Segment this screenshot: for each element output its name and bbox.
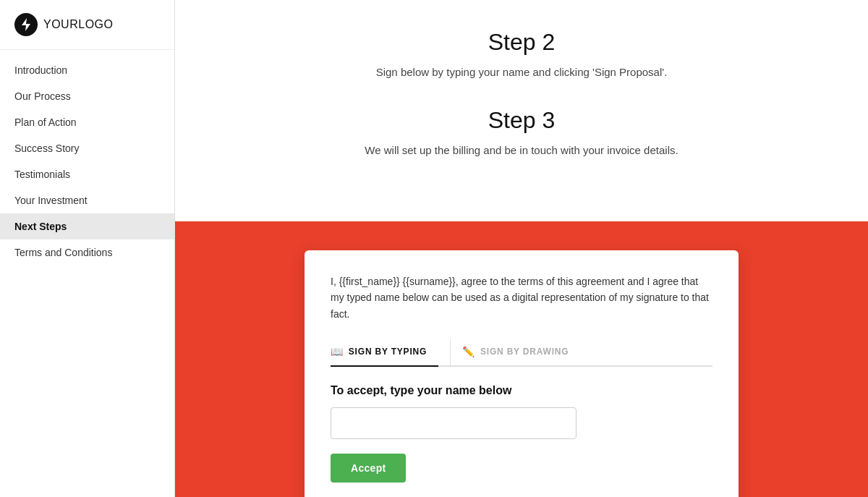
step3-heading: Step 3 — [218, 107, 825, 134]
sidebar-item-introduction[interactable]: Introduction — [0, 57, 174, 83]
step3-description: We will set up the billing and be in tou… — [218, 144, 825, 156]
logo-icon — [14, 13, 38, 36]
sidebar-item-our-process[interactable]: Our Process — [0, 83, 174, 109]
main-content: Step 2 Sign below by typing your name an… — [175, 0, 868, 497]
tab-separator — [450, 339, 451, 365]
logo-text: YOURLOGO — [43, 18, 113, 31]
step2-heading: Step 2 — [218, 29, 825, 56]
sidebar-nav: IntroductionOur ProcessPlan of ActionSuc… — [0, 50, 174, 273]
name-input[interactable] — [331, 407, 576, 439]
sidebar-item-success-story[interactable]: Success Story — [0, 135, 174, 161]
sidebar-item-next-steps[interactable]: Next Steps — [0, 213, 174, 239]
signature-card: I, {{first_name}} {{surname}}, agree to … — [305, 250, 739, 497]
step2-description: Sign below by typing your name and click… — [218, 66, 825, 78]
accept-button[interactable]: Accept — [331, 454, 406, 483]
tab-sign-by-drawing[interactable]: ✏️ SIGN BY DRAWING — [462, 339, 580, 367]
agreement-text: I, {{first_name}} {{surname}}, agree to … — [331, 273, 712, 322]
red-section: I, {{first_name}} {{surname}}, agree to … — [175, 221, 868, 497]
sidebar-item-plan-of-action[interactable]: Plan of Action — [0, 109, 174, 135]
sidebar-item-terms-and-conditions[interactable]: Terms and Conditions — [0, 239, 174, 266]
sidebar-item-testimonials[interactable]: Testimonials — [0, 161, 174, 187]
accept-label: To accept, type your name below — [331, 384, 712, 397]
sign-tabs: 📖 SIGN BY TYPING ✏️ SIGN BY DRAWING — [331, 339, 712, 367]
logo-area: YOURLOGO — [0, 0, 174, 50]
pen-icon: ✏️ — [462, 346, 475, 357]
top-content: Step 2 Sign below by typing your name an… — [175, 0, 868, 221]
book-icon: 📖 — [331, 346, 344, 357]
svg-marker-0 — [22, 18, 30, 31]
tab-sign-by-typing[interactable]: 📖 SIGN BY TYPING — [331, 339, 438, 367]
sidebar-item-your-investment[interactable]: Your Investment — [0, 187, 174, 213]
sidebar: YOURLOGO IntroductionOur ProcessPlan of … — [0, 0, 175, 497]
